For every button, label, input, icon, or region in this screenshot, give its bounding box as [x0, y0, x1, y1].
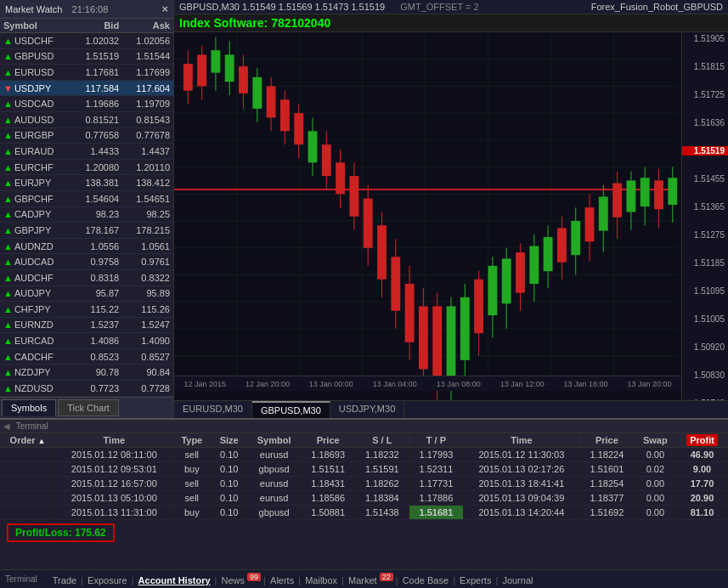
- bottom-tab-market[interactable]: Market: [347, 574, 379, 587]
- market-watch-row[interactable]: ▲AUDUSD 0.81521 0.81543: [0, 111, 173, 127]
- market-watch-close-button[interactable]: ×: [161, 3, 168, 15]
- svg-rect-31: [239, 66, 248, 93]
- col-swap[interactable]: Swap: [634, 433, 676, 448]
- tab-tick-chart[interactable]: Tick Chart: [58, 399, 119, 416]
- col-type[interactable]: Type: [172, 433, 212, 448]
- market-watch-row[interactable]: ▲NZDJPY 90.78 90.84: [0, 365, 173, 381]
- mw-col-symbol: Symbol: [0, 19, 71, 33]
- order-symbol: eurusd: [247, 448, 302, 462]
- market-watch-row[interactable]: ▼USDJPY 117.584 117.604: [0, 80, 173, 96]
- bottom-tab-account-history[interactable]: Account History: [137, 574, 212, 587]
- order-close-time: 2015.01.12 11:30:03: [463, 448, 579, 462]
- chart-robot-label: Forex_Fusion_Robot_GBPUSD: [591, 2, 723, 12]
- tab-symbols[interactable]: Symbols: [2, 399, 56, 416]
- time-label-8: 13 Jan 20:00: [628, 380, 672, 388]
- svg-rect-78: [557, 228, 567, 262]
- col-profit[interactable]: Profit: [677, 433, 728, 448]
- market-watch-row[interactable]: ▲AUDCHF 0.8318 0.8322: [0, 269, 173, 286]
- order-row[interactable]: 2015.01.13 05:10:00 sell 0.10 eurusd 1.1…: [0, 491, 728, 506]
- mw-bid: 98.23: [71, 206, 122, 223]
- market-watch-row[interactable]: ▲CADJPY 98.23 98.25: [0, 206, 173, 223]
- market-watch-row[interactable]: ▲EURNZD 1.5237 1.5247: [0, 317, 173, 333]
- col-time-open[interactable]: Time: [56, 433, 172, 448]
- chart-gmt-offset: GMT_OFFSET = 2: [400, 2, 478, 12]
- market-watch-row[interactable]: ▲CHFJPY 115.22 115.26: [0, 302, 173, 318]
- market-watch-row[interactable]: ▲NZDUSD 0.7723 0.7728: [0, 381, 173, 397]
- time-label-7: 13 Jan 16:00: [564, 380, 608, 388]
- chart-tab-eurusd[interactable]: EURUSD,M30: [174, 401, 252, 418]
- market-watch-row[interactable]: ▲CADCHF 0.8523 0.8527: [0, 348, 173, 365]
- market-watch-row[interactable]: ▲EURAUD 1.4433 1.4437: [0, 144, 173, 160]
- market-watch-row[interactable]: ▲EURUSD 1.17681 1.17699: [0, 65, 173, 81]
- svg-rect-25: [197, 54, 206, 86]
- col-price-close[interactable]: Price: [580, 433, 635, 448]
- market-watch-row[interactable]: ▲AUDJPY 95.87 95.89: [0, 286, 173, 302]
- svg-rect-72: [516, 252, 525, 293]
- col-price-open[interactable]: Price: [301, 433, 355, 448]
- mw-symbol: ▲GBPUSD: [0, 48, 71, 65]
- market-watch-row[interactable]: ▲GBPCHF 1.54604 1.54651: [0, 190, 173, 206]
- order-type: sell: [172, 477, 212, 491]
- mw-ask: 0.9761: [122, 254, 173, 270]
- order-symbol: eurusd: [247, 491, 302, 506]
- order-tp: 1.17993: [409, 448, 464, 462]
- order-price: 1.50881: [301, 506, 355, 520]
- bottom-tab-journal[interactable]: Journal: [500, 574, 534, 587]
- chart-tab-usdjpy[interactable]: USDJPY,M30: [330, 401, 404, 418]
- order-profit: 46.90: [677, 448, 728, 462]
- col-time-close[interactable]: Time: [463, 433, 579, 448]
- market-watch-row[interactable]: ▲EURCAD 1.4086 1.4090: [0, 333, 173, 349]
- market-watch-row[interactable]: ▲EURJPY 138.381 138.412: [0, 175, 173, 191]
- market-watch-row[interactable]: ▲GBPUSD 1.51519 1.51544: [0, 48, 173, 65]
- bottom-tabs: Terminal Trade | Exposure | Account Hist…: [0, 569, 728, 588]
- bottom-tab-trade[interactable]: Trade: [51, 574, 78, 587]
- mw-ask: 117.604: [122, 80, 173, 96]
- price-label-11: 1.50920: [682, 342, 728, 352]
- mw-bid: 90.78: [71, 365, 122, 381]
- svg-rect-51: [377, 225, 387, 279]
- bottom-tab-news[interactable]: News: [220, 574, 247, 587]
- market-watch-row[interactable]: ▲USDCHF 1.02032 1.02056: [0, 33, 173, 49]
- order-row[interactable]: 2015.01.12 16:57:00 sell 0.10 eurusd 1.1…: [0, 477, 728, 491]
- bottom-tab-exposure[interactable]: Exposure: [86, 574, 128, 587]
- order-tp: 1.17886: [409, 491, 464, 506]
- col-order[interactable]: Order ▲: [0, 433, 56, 448]
- svg-rect-37: [280, 99, 290, 131]
- col-size[interactable]: Size: [212, 433, 247, 448]
- market-watch-row[interactable]: ▲EURGBP 0.77658 0.77678: [0, 127, 173, 144]
- market-watch-row[interactable]: ▲AUDCAD 0.9758 0.9761: [0, 254, 173, 270]
- market-watch-row[interactable]: ▲USDCAD 1.19686 1.19709: [0, 96, 173, 112]
- price-label-6: 1.51365: [682, 202, 728, 212]
- order-row[interactable]: 2015.01.13 11:31:00 buy 0.10 gbpusd 1.50…: [0, 506, 728, 520]
- market-watch-row[interactable]: ▲EURCHF 1.20080 1.20110: [0, 159, 173, 175]
- mw-symbol: ▲NZDJPY: [0, 365, 71, 381]
- order-tp: 1.52311: [409, 462, 464, 477]
- chart-body[interactable]: 1.51905 1.51815 1.51725 1.51636 1.51519 …: [174, 32, 728, 410]
- order-type: sell: [172, 491, 212, 506]
- mw-bid: 95.87: [71, 286, 122, 302]
- svg-rect-47: [349, 176, 358, 217]
- bottom-tab-mailbox[interactable]: Mailbox: [303, 574, 339, 587]
- mw-bid: 1.19686: [71, 96, 122, 112]
- time-label-4: 13 Jan 04:00: [373, 380, 417, 388]
- mw-ask: 0.81543: [122, 111, 173, 127]
- order-close-price: 1.18224: [580, 448, 635, 462]
- mw-bid: 1.4433: [71, 144, 122, 160]
- market-watch-row[interactable]: ▲AUDNZD 1.0556 1.0561: [0, 238, 173, 254]
- col-tp[interactable]: T / P: [409, 433, 464, 448]
- mw-symbol: ▲EURNZD: [0, 317, 71, 333]
- terminal-label: ◀ Terminal: [3, 421, 48, 431]
- col-symbol[interactable]: Symbol: [247, 433, 302, 448]
- chart-tab-gbpusd[interactable]: GBPUSD,M30: [252, 401, 330, 418]
- market-watch-row[interactable]: ▲GBPJPY 178.167 178.215: [0, 223, 173, 239]
- bottom-tab-code-base[interactable]: Code Base: [401, 574, 450, 587]
- order-row[interactable]: 2015.01.12 09:53:01 buy 0.10 gbpusd 1.51…: [0, 462, 728, 477]
- price-label-12: 1.50830: [682, 370, 728, 380]
- mw-symbol: ▲AUDJPY: [0, 286, 71, 302]
- order-row[interactable]: 2015.01.12 08:11:00 sell 0.10 eurusd 1.1…: [0, 448, 728, 462]
- bottom-tab-alerts[interactable]: Alerts: [268, 574, 296, 587]
- bottom-tab-experts[interactable]: Experts: [458, 574, 493, 587]
- col-sl[interactable]: S / L: [355, 433, 409, 448]
- order-size: 0.10: [212, 477, 247, 491]
- mw-ask: 178.215: [122, 223, 173, 239]
